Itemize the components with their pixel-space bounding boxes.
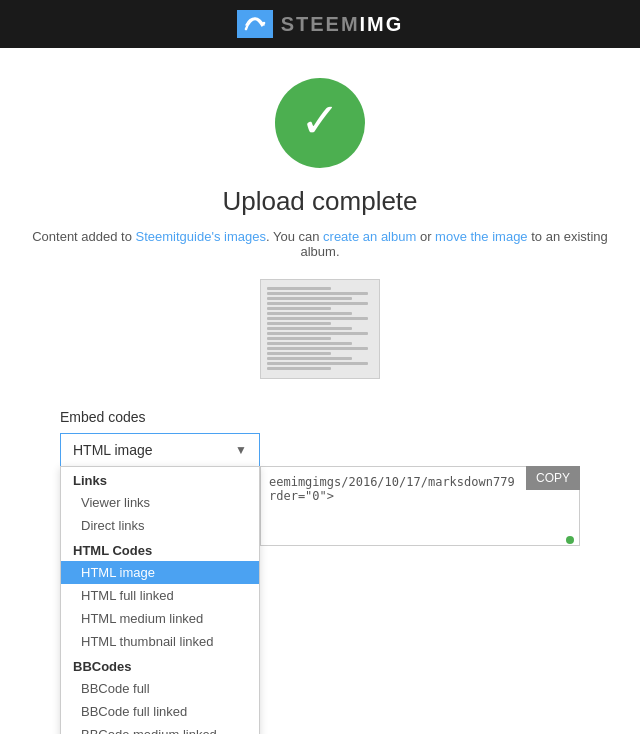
group-label-html: HTML Codes bbox=[61, 537, 259, 561]
dropdown-selected[interactable]: HTML image ▼ bbox=[60, 433, 260, 466]
preview-line bbox=[267, 287, 331, 290]
success-icon: ✓ bbox=[275, 78, 365, 168]
info-prefix: Content added to bbox=[32, 229, 135, 244]
preview-line bbox=[267, 307, 331, 310]
dropdown-item-html-image[interactable]: HTML image bbox=[61, 561, 259, 584]
preview-content bbox=[261, 281, 379, 378]
preview-line bbox=[267, 347, 368, 350]
dropdown-item-html-thumbnail-linked[interactable]: HTML thumbnail linked bbox=[61, 630, 259, 653]
steemitguide-link[interactable]: Steemitguide's images bbox=[136, 229, 266, 244]
dropdown-menu: Links Viewer links Direct links HTML Cod… bbox=[60, 466, 260, 734]
dropdown-item-html-medium-linked[interactable]: HTML medium linked bbox=[61, 607, 259, 630]
group-label-bbcodes: BBCodes bbox=[61, 653, 259, 677]
upload-info-text: Content added to Steemitguide's images. … bbox=[20, 229, 620, 259]
dropdown-item-bbcode-full[interactable]: BBCode full bbox=[61, 677, 259, 700]
preview-line bbox=[267, 332, 368, 335]
embed-label: Embed codes bbox=[60, 409, 580, 425]
site-title-img: IMG bbox=[360, 13, 404, 35]
image-preview bbox=[260, 279, 380, 379]
dropdown-panel: Links Viewer links Direct links HTML Cod… bbox=[60, 466, 260, 734]
preview-line bbox=[267, 367, 331, 370]
upload-complete-title: Upload complete bbox=[222, 186, 417, 217]
create-album-link[interactable]: create an album bbox=[323, 229, 416, 244]
preview-line bbox=[267, 292, 368, 295]
main-content: ✓ Upload complete Content added to Steem… bbox=[0, 48, 640, 734]
preview-line bbox=[267, 317, 368, 320]
preview-line bbox=[267, 312, 352, 315]
group-label-links: Links bbox=[61, 467, 259, 491]
dropdown-item-bbcode-medium-linked[interactable]: BBCode medium linked bbox=[61, 723, 259, 734]
green-status-dot bbox=[566, 536, 574, 544]
preview-line bbox=[267, 327, 352, 330]
dropdown-arrow-icon: ▼ bbox=[235, 443, 247, 457]
preview-line bbox=[267, 302, 368, 305]
dropdown-item-html-full-linked[interactable]: HTML full linked bbox=[61, 584, 259, 607]
info-middle: . You can bbox=[266, 229, 323, 244]
code-panel: COPY eemimgimgs/2016/10/17/marksdown779 … bbox=[260, 466, 580, 550]
embed-row: Links Viewer links Direct links HTML Cod… bbox=[60, 466, 580, 734]
info-or: or bbox=[416, 229, 435, 244]
dropdown-item-viewer-links[interactable]: Viewer links bbox=[61, 491, 259, 514]
preview-line bbox=[267, 342, 352, 345]
site-header: STEEMIMG bbox=[0, 0, 640, 48]
preview-line bbox=[267, 352, 331, 355]
embed-section: Embed codes HTML image ▼ Links Viewer li… bbox=[40, 409, 600, 734]
embed-type-dropdown[interactable]: HTML image ▼ bbox=[60, 433, 260, 466]
dropdown-item-direct-links[interactable]: Direct links bbox=[61, 514, 259, 537]
embed-controls: HTML image ▼ Links Viewer links Direct l… bbox=[60, 433, 580, 734]
site-title-steem: STEEM bbox=[281, 13, 360, 35]
preview-line bbox=[267, 357, 352, 360]
site-logo bbox=[237, 10, 273, 38]
dropdown-selected-label: HTML image bbox=[73, 442, 153, 458]
preview-line bbox=[267, 337, 331, 340]
site-title: STEEMIMG bbox=[281, 13, 404, 36]
copy-button[interactable]: COPY bbox=[526, 466, 580, 490]
move-image-link[interactable]: move the image bbox=[435, 229, 528, 244]
checkmark-icon: ✓ bbox=[300, 97, 340, 145]
preview-line bbox=[267, 297, 352, 300]
dropdown-item-bbcode-full-linked[interactable]: BBCode full linked bbox=[61, 700, 259, 723]
preview-line bbox=[267, 322, 331, 325]
preview-line bbox=[267, 362, 368, 365]
